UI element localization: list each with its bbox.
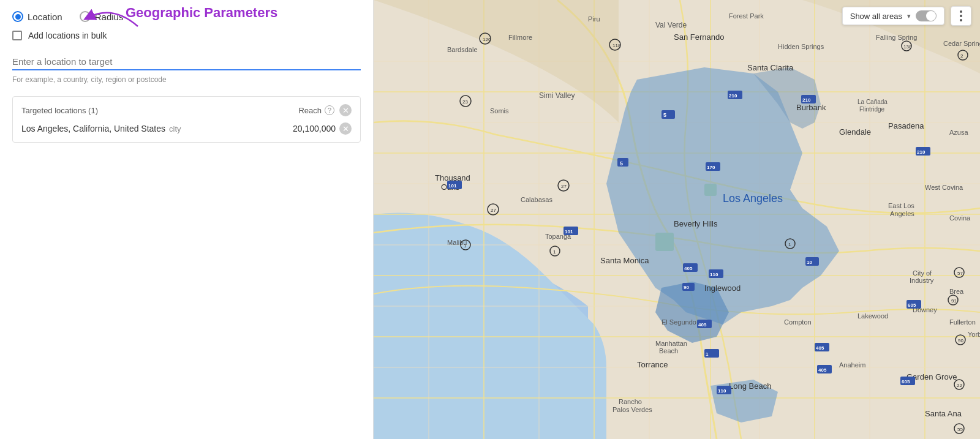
radius-radio-option[interactable]: Radius	[80, 11, 124, 22]
svg-text:Glendale: Glendale	[839, 127, 871, 137]
svg-text:1: 1	[706, 351, 709, 357]
svg-text:Santa Ana: Santa Ana	[925, 409, 962, 418]
svg-text:5: 5	[620, 160, 623, 167]
location-reach: 20,100,000 ✕	[293, 122, 352, 135]
reach-value: 20,100,000	[293, 124, 336, 133]
bulk-add-checkbox[interactable]	[12, 31, 22, 40]
svg-text:Fullerton: Fullerton	[949, 318, 976, 326]
svg-text:126: 126	[483, 37, 491, 42]
svg-text:27: 27	[561, 184, 567, 189]
svg-text:Long Beach: Long Beach	[729, 381, 771, 391]
more-dot-2	[960, 15, 962, 17]
svg-text:405: 405	[698, 322, 707, 328]
reach-label: Reach ?	[298, 105, 334, 115]
svg-text:27: 27	[491, 208, 496, 213]
location-info: Los Angeles, California, United States c…	[21, 124, 181, 133]
svg-text:23: 23	[462, 99, 468, 105]
svg-text:Rancho: Rancho	[619, 398, 642, 405]
svg-text:Palos Verdes: Palos Verdes	[612, 406, 652, 413]
svg-text:22: 22	[957, 383, 962, 388]
location-type: city	[169, 124, 181, 133]
svg-text:101: 101	[565, 229, 573, 235]
svg-text:Santa Monica: Santa Monica	[600, 256, 649, 265]
svg-text:Somis: Somis	[490, 107, 509, 114]
svg-text:1: 1	[788, 242, 791, 247]
svg-text:5: 5	[663, 112, 666, 118]
svg-text:110: 110	[718, 388, 726, 394]
svg-text:San Fernando: San Fernando	[674, 32, 724, 42]
svg-text:210: 210	[729, 93, 737, 99]
svg-text:405: 405	[818, 367, 827, 373]
svg-text:Fillmore: Fillmore	[508, 34, 532, 41]
svg-text:Burbank: Burbank	[796, 103, 826, 112]
svg-text:Flintridge: Flintridge	[859, 106, 885, 113]
reach-controls: Reach ? ✕	[298, 104, 352, 116]
svg-text:210: 210	[917, 149, 925, 155]
targeting-type-row: Location Radius	[12, 11, 361, 22]
location-radio-circle[interactable]	[12, 11, 23, 22]
svg-text:Compton: Compton	[784, 318, 812, 326]
svg-text:Yorba L...: Yorba L...	[968, 331, 980, 338]
more-dot-3	[960, 19, 962, 21]
targeted-locations-box: Targeted locations (1) Reach ? ✕ Los Ang…	[12, 96, 361, 143]
svg-text:Industry: Industry	[910, 277, 934, 284]
svg-text:101: 101	[448, 183, 457, 189]
svg-text:90: 90	[958, 338, 963, 343]
location-row: Los Angeles, California, United States c…	[21, 122, 352, 135]
svg-text:City of: City of	[913, 269, 932, 277]
svg-text:La Cañada: La Cañada	[858, 99, 888, 105]
svg-text:1: 1	[553, 249, 556, 255]
show-areas-button[interactable]: Show all areas ▾	[842, 7, 944, 25]
svg-text:Bardsdale: Bardsdale	[447, 46, 478, 53]
svg-text:Manhattan: Manhattan	[655, 340, 687, 347]
map-topbar: Show all areas ▾	[842, 6, 971, 26]
radius-radio-circle[interactable]	[80, 11, 91, 22]
svg-text:138: 138	[903, 44, 912, 50]
reach-help-icon[interactable]: ?	[325, 105, 334, 115]
svg-text:Beverly Hills: Beverly Hills	[674, 219, 718, 228]
show-areas-label: Show all areas	[850, 12, 902, 21]
map-panel: Val Verde Piru Forest Park Ravenna Fillm…	[374, 0, 980, 439]
svg-text:Forest Park: Forest Park	[729, 12, 764, 20]
dropdown-arrow-icon: ▾	[907, 12, 911, 20]
svg-text:605: 605	[908, 302, 916, 308]
toggle-knob	[926, 11, 936, 21]
svg-text:Covina: Covina	[949, 214, 971, 222]
svg-text:Pasadena: Pasadena	[888, 121, 924, 130]
clear-all-button[interactable]: ✕	[339, 104, 352, 116]
svg-text:118: 118	[612, 43, 621, 48]
svg-text:110: 110	[710, 272, 718, 277]
svg-text:Hidden Springs: Hidden Springs	[778, 43, 824, 50]
svg-text:Los Angeles: Los Angeles	[723, 192, 783, 204]
bulk-add-row[interactable]: Add locations in bulk	[12, 31, 361, 40]
svg-text:2: 2	[960, 53, 963, 59]
svg-text:Falling Spring: Falling Spring	[876, 34, 917, 41]
left-panel: Location Radius Geographic Parameters Ad…	[0, 0, 374, 439]
location-radio-option[interactable]: Location	[12, 11, 62, 22]
svg-text:Calabasas: Calabasas	[521, 196, 552, 203]
svg-text:West Covina: West Covina	[925, 184, 963, 191]
show-areas-toggle[interactable]	[916, 10, 937, 21]
svg-text:Brea: Brea	[949, 288, 964, 295]
svg-text:10: 10	[807, 260, 812, 265]
svg-text:405: 405	[816, 345, 824, 351]
svg-text:Inglewood: Inglewood	[704, 283, 741, 293]
svg-text:Angeles: Angeles	[890, 210, 914, 217]
more-dot-1	[960, 10, 962, 13]
svg-text:405: 405	[684, 266, 693, 271]
svg-text:Beach: Beach	[659, 347, 678, 355]
targeted-header: Targeted locations (1) Reach ? ✕	[21, 104, 352, 116]
location-radio-label: Location	[28, 12, 62, 22]
svg-text:Cedar Springs...: Cedar Springs...	[943, 40, 980, 47]
svg-text:Azusa: Azusa	[949, 129, 968, 136]
location-name: Los Angeles, California, United States	[21, 124, 165, 133]
svg-text:East Los: East Los	[888, 202, 914, 209]
radius-radio-label: Radius	[95, 12, 124, 22]
remove-location-button[interactable]: ✕	[339, 122, 352, 135]
svg-text:Torrance: Torrance	[637, 360, 668, 369]
svg-text:57: 57	[957, 271, 963, 276]
more-options-button[interactable]	[951, 6, 971, 26]
location-search-input[interactable]	[12, 54, 361, 70]
svg-text:1: 1	[464, 243, 467, 249]
bulk-add-label: Add locations in bulk	[28, 31, 107, 40]
